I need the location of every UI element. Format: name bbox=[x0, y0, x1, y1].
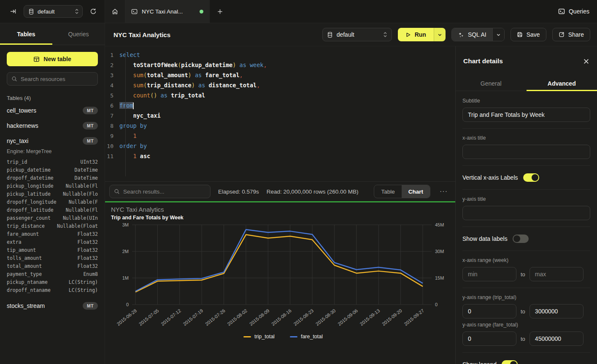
column-row[interactable]: dropoff_ntanameLC(String) bbox=[7, 286, 98, 294]
svg-text:45M: 45M bbox=[435, 222, 444, 227]
toggle-off[interactable] bbox=[513, 235, 529, 243]
close-icon bbox=[583, 58, 589, 65]
results-bar: Elapsed: 0.579s Read: 20,000,000 rows (2… bbox=[105, 181, 455, 201]
column-row[interactable]: dropoff_longitudeNullable(F bbox=[7, 198, 98, 206]
column-row[interactable]: total_amountFloat32 bbox=[7, 262, 98, 270]
run-button[interactable]: Run bbox=[398, 28, 434, 41]
legend-item-trip_total[interactable]: trip_total bbox=[243, 334, 275, 340]
code-line: 1select bbox=[105, 50, 455, 60]
sql-token: total_amount bbox=[147, 72, 188, 78]
new-table-button[interactable]: New table bbox=[7, 52, 98, 66]
sql-token: group by bbox=[119, 122, 147, 129]
queries-button[interactable]: Queries bbox=[558, 8, 589, 15]
column-row[interactable]: pickup_ntanameLC(String) bbox=[7, 278, 98, 286]
column-row[interactable]: dropoff_datetimeDateTime bbox=[7, 174, 98, 182]
save-button[interactable]: Save bbox=[511, 28, 546, 41]
details-tab-general[interactable]: General bbox=[456, 76, 527, 91]
table-row-nyc_taxi[interactable]: nyc_taxiMT bbox=[7, 133, 98, 148]
sql-token: distance_total bbox=[208, 82, 257, 89]
divider bbox=[462, 288, 590, 288]
sidebar: Tables Queries New table Tables (4) bbox=[0, 23, 105, 364]
field-input-0[interactable] bbox=[462, 108, 590, 122]
svg-text:2015-09-27: 2015-09-27 bbox=[403, 308, 425, 326]
query-title: NYC Taxi Analytics bbox=[113, 31, 170, 38]
range-max-input[interactable] bbox=[529, 267, 583, 281]
range-max-input[interactable] bbox=[529, 304, 583, 318]
column-row[interactable]: passenger_countNullable(UIn bbox=[7, 214, 98, 222]
range-min-input[interactable] bbox=[462, 267, 516, 281]
query-tab[interactable]: NYC Taxi Anal... bbox=[125, 0, 210, 23]
column-row[interactable]: fare_amountFloat32 bbox=[7, 230, 98, 238]
range-min-input[interactable] bbox=[462, 304, 516, 318]
table-row-hackernews[interactable]: hackernewsMT bbox=[7, 118, 98, 133]
view-table-button[interactable]: Table bbox=[374, 185, 401, 198]
sql-token: , bbox=[263, 62, 267, 68]
column-row[interactable]: pickup_latitudeNullable(Flo bbox=[7, 190, 98, 198]
sql-token: asc bbox=[140, 153, 150, 159]
sidebar-tab-tables[interactable]: Tables bbox=[0, 23, 52, 45]
database-select[interactable]: default bbox=[24, 5, 83, 18]
column-name: dropoff_longitude bbox=[7, 199, 57, 205]
engine-badge: MT bbox=[83, 137, 98, 145]
sql-editor[interactable]: 1select2 toStartOfWeek(pickup_datetime) … bbox=[105, 46, 455, 181]
column-name: fare_amount bbox=[7, 231, 39, 237]
sql-token: count bbox=[133, 92, 151, 99]
series-fare_total bbox=[135, 229, 423, 291]
sidebar-tab-queries[interactable]: Queries bbox=[52, 23, 105, 45]
column-row[interactable]: trip_idUInt32 bbox=[7, 158, 98, 166]
column-row[interactable]: tip_amountFloat32 bbox=[7, 246, 98, 254]
terminal-icon bbox=[131, 8, 138, 15]
toggle-on[interactable] bbox=[523, 173, 539, 182]
code-line: 4 sum(trip_distance) as distance_total, bbox=[105, 80, 455, 90]
field-input-1[interactable] bbox=[462, 145, 590, 159]
table-row-stocks_stream[interactable]: stocks_streamMT bbox=[7, 298, 98, 313]
share-button[interactable]: Share bbox=[552, 28, 590, 41]
column-name: pickup_latitude bbox=[7, 191, 51, 197]
svg-text:2015-06-28: 2015-06-28 bbox=[116, 308, 138, 326]
sql-ai-button[interactable]: SQL AI bbox=[452, 28, 492, 41]
range-min-input[interactable] bbox=[462, 332, 516, 346]
new-tab-button[interactable] bbox=[210, 0, 230, 23]
series-trip_total bbox=[135, 235, 423, 292]
sql-token: ) bbox=[192, 82, 195, 89]
toggle-on[interactable] bbox=[502, 360, 518, 364]
toggle-knob bbox=[510, 361, 517, 364]
column-row[interactable]: extraFloat32 bbox=[7, 238, 98, 246]
unsaved-changes-dot bbox=[200, 10, 203, 13]
column-row[interactable]: pickup_longitudeNullable(Fl bbox=[7, 182, 98, 190]
column-row[interactable]: trip_distanceNullable(Float bbox=[7, 222, 98, 230]
line-number: 11 bbox=[105, 153, 119, 159]
run-database-select[interactable]: default bbox=[322, 28, 392, 41]
table-row-cell_towers[interactable]: cell_towersMT bbox=[7, 103, 98, 118]
column-row[interactable]: pickup_datetimeDateTime bbox=[7, 166, 98, 174]
results-search[interactable] bbox=[109, 185, 211, 198]
details-tab-advanced[interactable]: Advanced bbox=[527, 76, 597, 91]
share-icon bbox=[559, 32, 565, 38]
more-options-button[interactable]: ··· bbox=[438, 188, 449, 195]
range-max-input[interactable] bbox=[529, 332, 583, 346]
refresh-button[interactable] bbox=[87, 5, 100, 18]
details-body: Subtitlex-axis titleVertical x-axis Labe… bbox=[456, 91, 597, 364]
column-row[interactable]: dropoff_latitudeNullable(Fl bbox=[7, 206, 98, 214]
column-row[interactable]: tolls_amountFloat32 bbox=[7, 254, 98, 262]
engine-badge: MT bbox=[83, 302, 98, 310]
resource-search[interactable] bbox=[7, 72, 98, 86]
column-name: total_amount bbox=[7, 263, 42, 269]
chart-panel: NYC Taxi Analytics Trip and Fare Totals … bbox=[105, 202, 455, 364]
home-button[interactable] bbox=[105, 0, 125, 23]
column-type: Nullable(UIn bbox=[63, 215, 98, 221]
field-input-3[interactable] bbox=[462, 206, 590, 220]
collapse-sidebar-button[interactable] bbox=[7, 5, 19, 18]
column-row[interactable]: payment_typeEnum8 bbox=[7, 270, 98, 278]
close-panel-button[interactable] bbox=[583, 58, 589, 65]
code-text: group by bbox=[119, 122, 147, 129]
run-options-button[interactable] bbox=[434, 28, 446, 41]
resource-search-input[interactable] bbox=[21, 76, 93, 82]
sql-ai-options-button[interactable] bbox=[492, 28, 504, 41]
view-chart-button[interactable]: Chart bbox=[402, 185, 430, 198]
results-search-input[interactable] bbox=[123, 189, 206, 195]
legend-swatch bbox=[243, 336, 251, 337]
table-name: nyc_taxi bbox=[7, 138, 28, 144]
legend-item-fare_total[interactable]: fare_total bbox=[290, 334, 323, 340]
details-title: Chart details bbox=[463, 57, 503, 65]
